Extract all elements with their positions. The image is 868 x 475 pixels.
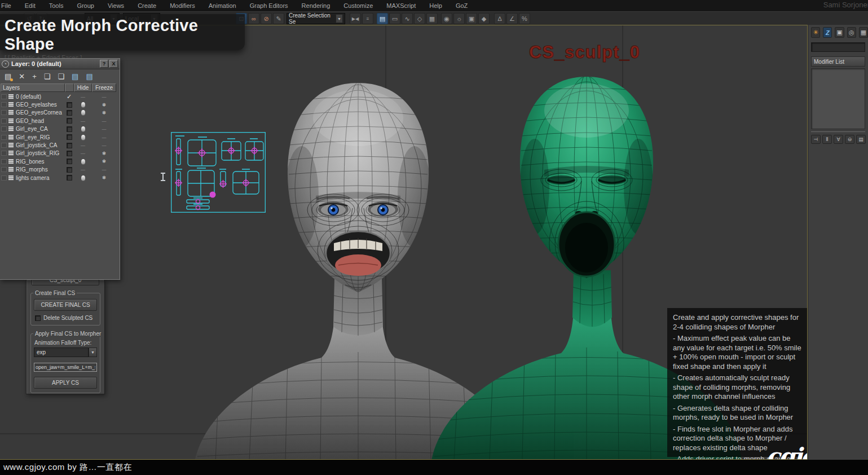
layer-tool-icon[interactable]: ▤	[86, 73, 92, 80]
layer-name[interactable]: GEO_eyesCornea	[16, 109, 64, 116]
named-selection-set-dropdown[interactable]: Create Selection Se▼	[287, 13, 345, 24]
column-header-current[interactable]	[65, 83, 74, 92]
current-layer-cell[interactable]	[64, 126, 74, 132]
hide-cell[interactable]	[74, 143, 92, 148]
layer-row[interactable]: Girl_joystick_RIG	[1, 149, 119, 157]
menu-item[interactable]: File	[1, 2, 11, 9]
expand-icon[interactable]	[1, 110, 7, 115]
stack-button-icon[interactable]: Ⅱ	[822, 135, 832, 144]
layer-tool-icon[interactable]: ▤	[5, 73, 11, 80]
current-layer-cell[interactable]	[64, 134, 74, 140]
layer-name[interactable]: 0 (default)	[16, 94, 64, 100]
morph-channels-field[interactable]	[34, 363, 97, 372]
toolbar-icon[interactable]: ∿	[402, 13, 413, 24]
layer-name[interactable]: Girl_eye_RIG	[16, 134, 64, 140]
layer-row[interactable]: RIG_morphs	[1, 166, 119, 174]
expand-icon[interactable]	[1, 159, 7, 164]
expand-icon[interactable]	[1, 167, 7, 172]
current-layer-cell[interactable]	[64, 151, 74, 156]
expand-icon[interactable]	[1, 102, 7, 107]
toolbar-icon[interactable]: ∆	[494, 13, 505, 24]
menu-item[interactable]: Edit	[25, 2, 36, 9]
layer-row[interactable]: GEO_eyesCornea	[1, 109, 119, 117]
toolbar-icon[interactable]: ▤	[377, 13, 388, 24]
command-panel-tab-icon[interactable]: ✳	[811, 27, 820, 38]
expand-icon[interactable]	[1, 126, 7, 131]
menu-item[interactable]: Rendering	[302, 2, 331, 9]
object-name-field[interactable]	[811, 42, 865, 52]
expand-icon[interactable]	[1, 143, 7, 148]
layer-row[interactable]: RIG_bones	[1, 157, 119, 165]
menu-item[interactable]: MAXScript	[386, 2, 416, 9]
toolbar-icon[interactable]: ▣	[466, 13, 477, 24]
layer-tool-icon[interactable]: +	[32, 73, 37, 80]
current-layer-cell[interactable]	[64, 93, 74, 100]
layer-name[interactable]: Girl_joystick_CA	[16, 142, 64, 148]
layer-name[interactable]: GEO_head	[16, 118, 64, 124]
layer-row[interactable]: 0 (default)	[1, 93, 119, 100]
menu-item[interactable]: GoZ	[456, 2, 468, 9]
hide-cell[interactable]	[74, 118, 92, 124]
freeze-cell[interactable]	[92, 143, 116, 148]
hide-cell[interactable]	[74, 135, 92, 140]
layer-row[interactable]: GEO_head	[1, 117, 119, 125]
close-button[interactable]: X	[109, 60, 118, 68]
toolbar-icon[interactable]: ▶◀	[350, 13, 361, 24]
command-panel-tab-icon[interactable]: ▦	[859, 27, 868, 38]
expand-icon[interactable]	[1, 118, 7, 124]
layer-name[interactable]: RIG_bones	[16, 159, 64, 165]
layer-row[interactable]: Girl_eye_RIG	[1, 133, 119, 141]
freeze-cell[interactable]	[92, 94, 116, 99]
stack-button-icon[interactable]: ∀	[834, 135, 843, 144]
layer-name[interactable]: Girl_joystick_RIG	[16, 150, 64, 156]
freeze-cell[interactable]	[92, 159, 116, 164]
viewport[interactable]: CS_sculpt_0 Create and apply corrective …	[0, 25, 808, 460]
toolbar-icon[interactable]: ▦	[426, 13, 438, 24]
freeze-cell[interactable]	[92, 110, 116, 116]
freeze-cell[interactable]	[92, 175, 116, 181]
menu-item[interactable]: Graph Editors	[250, 2, 288, 9]
command-panel-tab-icon[interactable]: ▣	[835, 27, 844, 38]
current-layer-cell[interactable]	[64, 118, 74, 124]
toolbar-icon[interactable]: ◆	[478, 13, 490, 24]
hide-cell[interactable]	[74, 102, 92, 107]
toolbar-icon[interactable]: ≡	[362, 13, 373, 24]
freeze-cell[interactable]	[92, 126, 116, 131]
layer-row[interactable]: Girl_joystick_CA	[1, 141, 119, 149]
current-layer-cell[interactable]	[64, 143, 74, 148]
freeze-cell[interactable]	[92, 102, 116, 108]
menu-item[interactable]: Modifiers	[170, 2, 195, 9]
toolbar-icon[interactable]: ∞	[248, 13, 259, 24]
layer-tool-icon[interactable]: ▤	[72, 73, 78, 80]
freeze-cell[interactable]	[92, 118, 116, 124]
menu-item[interactable]: Create	[138, 2, 156, 9]
expand-icon[interactable]	[1, 175, 7, 181]
layer-name[interactable]: Girl_eye_CA	[16, 126, 64, 132]
layer-row[interactable]: Girl_eye_CA	[1, 125, 119, 133]
command-panel-tab-icon[interactable]: Z	[823, 27, 832, 38]
expand-icon[interactable]	[1, 135, 7, 140]
toolbar-icon[interactable]: ◇	[414, 13, 425, 24]
menu-item[interactable]: Customize	[343, 2, 373, 9]
menu-item[interactable]: Tools	[49, 2, 64, 9]
layer-name[interactable]: lights camera	[16, 175, 64, 181]
current-layer-cell[interactable]	[64, 175, 74, 181]
toolbar-icon[interactable]: ▭	[389, 13, 400, 24]
toolbar-icon[interactable]: ◉	[441, 13, 452, 24]
column-header-hide[interactable]: Hide	[74, 83, 92, 92]
command-panel-tab-icon[interactable]: ◎	[847, 27, 856, 38]
delete-sculpted-checkbox[interactable]	[35, 315, 41, 321]
freeze-cell[interactable]	[92, 167, 116, 172]
hide-cell[interactable]	[74, 110, 92, 115]
toolbar-icon[interactable]: %	[519, 13, 530, 24]
stack-button-icon[interactable]: ▤	[856, 135, 866, 144]
apply-cs-button[interactable]: APPLY CS	[34, 377, 97, 389]
facial-rig-control-board[interactable]	[171, 132, 266, 213]
create-final-cs-button[interactable]: CREATE FINAL CS	[34, 299, 97, 311]
falloff-type-dropdown[interactable]: exp ▼	[34, 348, 97, 357]
dialog-title-bar[interactable]: ◔ Layer: 0 (default) ? X	[0, 59, 120, 69]
toolbar-icon[interactable]: ⊘	[261, 13, 272, 24]
current-layer-cell[interactable]	[64, 110, 74, 116]
layer-name[interactable]: GEO_eyelashes	[16, 102, 64, 108]
hide-cell[interactable]	[74, 94, 92, 99]
